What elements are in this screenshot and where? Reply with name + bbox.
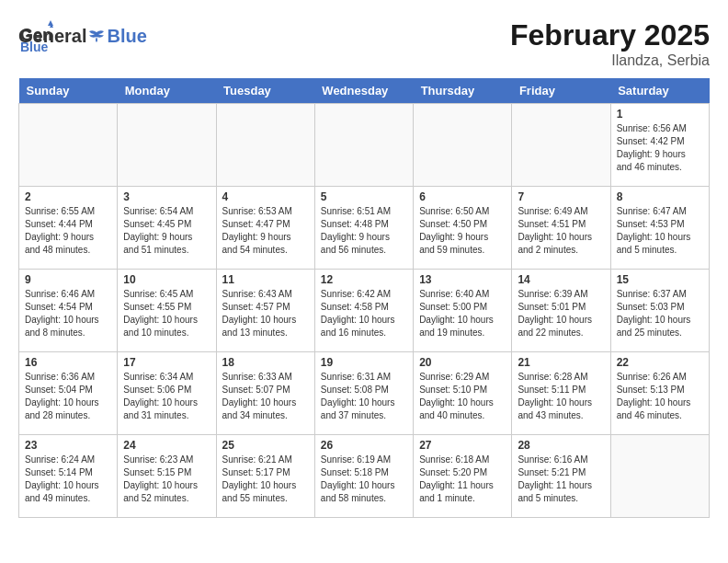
day-info: Sunrise: 6:56 AM Sunset: 4:42 PM Dayligh… xyxy=(617,122,703,174)
day-number: 20 xyxy=(419,356,506,369)
calendar-day-cell: 17Sunrise: 6:34 AM Sunset: 5:06 PM Dayli… xyxy=(118,352,216,435)
day-number: 2 xyxy=(25,190,111,203)
header-tuesday: Tuesday xyxy=(216,78,314,104)
day-info: Sunrise: 6:51 AM Sunset: 4:48 PM Dayligh… xyxy=(321,205,407,257)
calendar-day-cell: 18Sunrise: 6:33 AM Sunset: 5:07 PM Dayli… xyxy=(216,352,314,435)
calendar-day-cell: 1Sunrise: 6:56 AM Sunset: 4:42 PM Daylig… xyxy=(610,104,709,187)
calendar-week-row: 16Sunrise: 6:36 AM Sunset: 5:04 PM Dayli… xyxy=(19,352,710,435)
day-number: 28 xyxy=(518,439,604,452)
day-info: Sunrise: 6:24 AM Sunset: 5:14 PM Dayligh… xyxy=(25,454,111,505)
calendar-day-cell xyxy=(19,104,118,187)
calendar-week-row: 2Sunrise: 6:55 AM Sunset: 4:44 PM Daylig… xyxy=(19,187,710,270)
calendar-day-cell: 22Sunrise: 6:26 AM Sunset: 5:13 PM Dayli… xyxy=(610,352,709,435)
day-info: Sunrise: 6:37 AM Sunset: 5:03 PM Dayligh… xyxy=(617,288,703,339)
day-number: 16 xyxy=(25,356,111,369)
calendar-day-cell: 25Sunrise: 6:21 AM Sunset: 5:17 PM Dayli… xyxy=(216,435,314,518)
day-number: 15 xyxy=(617,273,703,286)
calendar-day-cell xyxy=(314,104,413,187)
day-info: Sunrise: 6:39 AM Sunset: 5:01 PM Dayligh… xyxy=(518,288,604,339)
day-info: Sunrise: 6:19 AM Sunset: 5:18 PM Dayligh… xyxy=(321,454,407,505)
day-number: 11 xyxy=(222,273,309,286)
day-number: 17 xyxy=(123,356,210,369)
day-number: 24 xyxy=(123,439,210,452)
logo-blue: Blue xyxy=(107,26,146,47)
day-number: 1 xyxy=(617,108,703,121)
logo-bird-icon xyxy=(87,28,106,46)
calendar-day-cell: 7Sunrise: 6:49 AM Sunset: 4:51 PM Daylig… xyxy=(512,187,610,270)
logo: General Blue General Blue xyxy=(18,18,147,47)
day-info: Sunrise: 6:40 AM Sunset: 5:00 PM Dayligh… xyxy=(419,288,506,339)
day-number: 7 xyxy=(518,190,604,203)
day-info: Sunrise: 6:53 AM Sunset: 4:47 PM Dayligh… xyxy=(222,205,309,257)
day-number: 13 xyxy=(419,273,506,286)
calendar-day-cell: 12Sunrise: 6:42 AM Sunset: 4:58 PM Dayli… xyxy=(314,270,413,352)
calendar-day-cell: 3Sunrise: 6:54 AM Sunset: 4:45 PM Daylig… xyxy=(118,187,216,270)
header-monday: Monday xyxy=(118,78,216,104)
calendar-day-cell: 11Sunrise: 6:43 AM Sunset: 4:57 PM Dayli… xyxy=(216,270,314,352)
day-info: Sunrise: 6:50 AM Sunset: 4:50 PM Dayligh… xyxy=(419,205,506,257)
day-info: Sunrise: 6:45 AM Sunset: 4:55 PM Dayligh… xyxy=(123,288,210,339)
day-info: Sunrise: 6:34 AM Sunset: 5:06 PM Dayligh… xyxy=(123,371,210,422)
day-number: 27 xyxy=(419,439,506,452)
logo-general: General xyxy=(18,26,86,47)
calendar-day-cell: 8Sunrise: 6:47 AM Sunset: 4:53 PM Daylig… xyxy=(610,187,709,270)
day-info: Sunrise: 6:49 AM Sunset: 4:51 PM Dayligh… xyxy=(518,205,604,257)
calendar-day-cell: 16Sunrise: 6:36 AM Sunset: 5:04 PM Dayli… xyxy=(19,352,118,435)
calendar-day-cell: 26Sunrise: 6:19 AM Sunset: 5:18 PM Dayli… xyxy=(314,435,413,518)
calendar-day-cell: 15Sunrise: 6:37 AM Sunset: 5:03 PM Dayli… xyxy=(610,270,709,352)
calendar-day-cell xyxy=(414,104,512,187)
header: General Blue General Blue February 2025 … xyxy=(18,18,710,69)
calendar-day-cell: 2Sunrise: 6:55 AM Sunset: 4:44 PM Daylig… xyxy=(19,187,118,270)
calendar-day-cell: 14Sunrise: 6:39 AM Sunset: 5:01 PM Dayli… xyxy=(512,270,610,352)
day-number: 6 xyxy=(419,190,506,203)
day-info: Sunrise: 6:31 AM Sunset: 5:08 PM Dayligh… xyxy=(321,371,407,422)
calendar-day-cell: 10Sunrise: 6:45 AM Sunset: 4:55 PM Dayli… xyxy=(118,270,216,352)
day-info: Sunrise: 6:42 AM Sunset: 4:58 PM Dayligh… xyxy=(321,288,407,339)
calendar-day-cell: 9Sunrise: 6:46 AM Sunset: 4:54 PM Daylig… xyxy=(19,270,118,352)
calendar-day-cell: 6Sunrise: 6:50 AM Sunset: 4:50 PM Daylig… xyxy=(414,187,512,270)
day-info: Sunrise: 6:43 AM Sunset: 4:57 PM Dayligh… xyxy=(222,288,309,339)
day-number: 12 xyxy=(321,273,407,286)
day-number: 26 xyxy=(321,439,407,452)
calendar-day-cell: 4Sunrise: 6:53 AM Sunset: 4:47 PM Daylig… xyxy=(216,187,314,270)
calendar-day-cell xyxy=(512,104,610,187)
day-number: 22 xyxy=(617,356,703,369)
header-friday: Friday xyxy=(512,78,610,104)
day-info: Sunrise: 6:18 AM Sunset: 5:20 PM Dayligh… xyxy=(419,454,506,505)
calendar-day-cell: 27Sunrise: 6:18 AM Sunset: 5:20 PM Dayli… xyxy=(414,435,512,518)
day-number: 25 xyxy=(222,439,309,452)
day-number: 19 xyxy=(321,356,407,369)
day-info: Sunrise: 6:46 AM Sunset: 4:54 PM Dayligh… xyxy=(25,288,111,339)
calendar-day-cell xyxy=(610,435,709,518)
day-info: Sunrise: 6:36 AM Sunset: 5:04 PM Dayligh… xyxy=(25,371,111,422)
day-number: 9 xyxy=(25,273,111,286)
calendar-day-cell: 19Sunrise: 6:31 AM Sunset: 5:08 PM Dayli… xyxy=(314,352,413,435)
calendar-day-cell: 13Sunrise: 6:40 AM Sunset: 5:00 PM Dayli… xyxy=(414,270,512,352)
header-saturday: Saturday xyxy=(610,78,709,104)
day-info: Sunrise: 6:47 AM Sunset: 4:53 PM Dayligh… xyxy=(617,205,703,257)
day-info: Sunrise: 6:54 AM Sunset: 4:45 PM Dayligh… xyxy=(123,205,210,257)
day-number: 8 xyxy=(617,190,703,203)
day-number: 3 xyxy=(123,190,210,203)
day-info: Sunrise: 6:55 AM Sunset: 4:44 PM Dayligh… xyxy=(25,205,111,257)
title-area: February 2025 Ilandza, Serbia xyxy=(510,18,710,69)
day-info: Sunrise: 6:16 AM Sunset: 5:21 PM Dayligh… xyxy=(518,454,604,505)
calendar-day-cell: 24Sunrise: 6:23 AM Sunset: 5:15 PM Dayli… xyxy=(118,435,216,518)
calendar-day-cell: 23Sunrise: 6:24 AM Sunset: 5:14 PM Dayli… xyxy=(19,435,118,518)
calendar-week-row: 23Sunrise: 6:24 AM Sunset: 5:14 PM Dayli… xyxy=(19,435,710,518)
calendar-table: Sunday Monday Tuesday Wednesday Thursday… xyxy=(18,78,710,518)
calendar-day-cell: 5Sunrise: 6:51 AM Sunset: 4:48 PM Daylig… xyxy=(314,187,413,270)
day-number: 4 xyxy=(222,190,309,203)
day-number: 18 xyxy=(222,356,309,369)
day-number: 5 xyxy=(321,190,407,203)
calendar-day-cell: 21Sunrise: 6:28 AM Sunset: 5:11 PM Dayli… xyxy=(512,352,610,435)
day-info: Sunrise: 6:28 AM Sunset: 5:11 PM Dayligh… xyxy=(518,371,604,422)
calendar-day-cell: 28Sunrise: 6:16 AM Sunset: 5:21 PM Dayli… xyxy=(512,435,610,518)
header-wednesday: Wednesday xyxy=(314,78,413,104)
page-subtitle: Ilandza, Serbia xyxy=(510,52,710,69)
calendar-day-cell: 20Sunrise: 6:29 AM Sunset: 5:10 PM Dayli… xyxy=(414,352,512,435)
day-info: Sunrise: 6:21 AM Sunset: 5:17 PM Dayligh… xyxy=(222,454,309,505)
header-thursday: Thursday xyxy=(414,78,512,104)
day-number: 14 xyxy=(518,273,604,286)
day-info: Sunrise: 6:23 AM Sunset: 5:15 PM Dayligh… xyxy=(123,454,210,505)
